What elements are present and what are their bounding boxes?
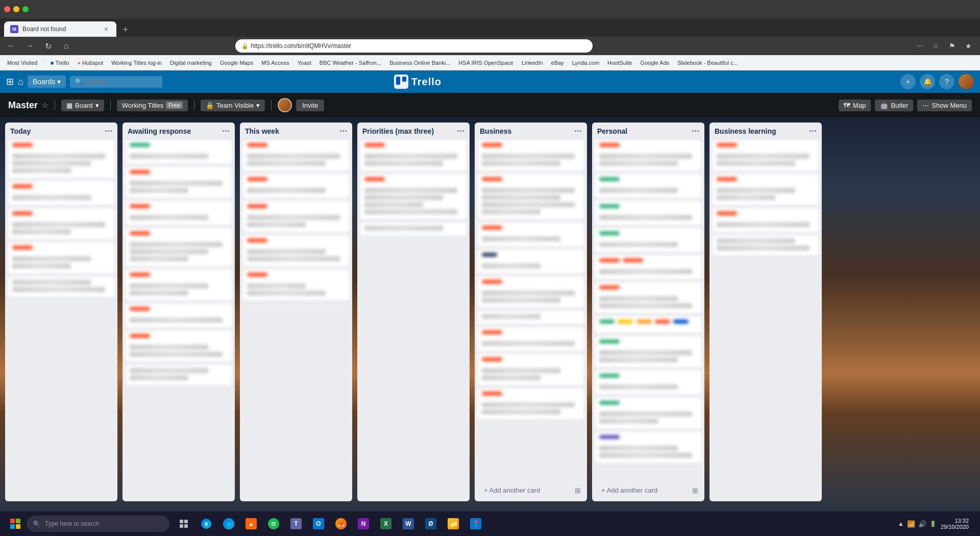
bookmark-slidebook[interactable]: Slidebook - Beautiful c...: [674, 59, 741, 67]
bookmark-business-banking[interactable]: Business Online Banki...: [386, 59, 453, 67]
card[interactable]: [595, 174, 701, 198]
winamp-icon[interactable]: ▲: [241, 514, 261, 534]
bookmark-btn[interactable]: ☆: [929, 39, 943, 53]
list-menu-btn[interactable]: ···: [574, 127, 582, 136]
firefox-icon[interactable]: 🦊: [331, 514, 351, 534]
bookmark-ms-access[interactable]: MS Access: [258, 59, 292, 67]
task-view-btn[interactable]: [174, 514, 194, 534]
spotify-icon[interactable]: [263, 514, 284, 534]
card[interactable]: [595, 371, 701, 395]
address-bar[interactable]: 🔒 https://trello.com/b/nItQMHVv/master: [235, 39, 593, 53]
card[interactable]: [8, 140, 114, 178]
card[interactable]: [478, 354, 584, 385]
list-menu-btn[interactable]: ···: [105, 127, 112, 136]
search-bar[interactable]: 🔍: [70, 76, 162, 88]
bookmark-google-maps[interactable]: Google Maps: [217, 59, 256, 67]
card[interactable]: [8, 208, 114, 239]
bookmark-lynda[interactable]: Lynda.com: [569, 59, 602, 67]
bookmark-trello[interactable]: ■ Trello: [47, 59, 72, 67]
card[interactable]: [243, 235, 349, 266]
outlook2-icon[interactable]: Ø: [421, 514, 441, 534]
flag-btn[interactable]: ⚑: [945, 39, 960, 53]
card[interactable]: [243, 201, 349, 232]
teams-icon[interactable]: T: [286, 514, 306, 534]
card[interactable]: [595, 432, 701, 463]
board-menu-btn[interactable]: ▦ Board ▾: [61, 100, 104, 111]
file-explorer-icon[interactable]: 📁: [443, 514, 463, 534]
card[interactable]: [478, 174, 584, 220]
minimize-window[interactable]: [13, 6, 19, 12]
template-icon[interactable]: ⊞: [692, 486, 698, 495]
new-tab-btn[interactable]: +: [118, 22, 133, 37]
card[interactable]: [713, 140, 819, 171]
card[interactable]: [595, 336, 701, 368]
word-icon[interactable]: W: [398, 514, 419, 534]
card[interactable]: [243, 174, 349, 198]
board-star-icon[interactable]: ☆: [42, 101, 48, 109]
bookmark-most-visited[interactable]: Most Visited: [4, 59, 41, 67]
list-menu-btn[interactable]: ···: [809, 127, 817, 136]
card[interactable]: [126, 304, 232, 328]
star-btn[interactable]: ★: [962, 39, 976, 53]
bookmark-hsa-iris[interactable]: HSA IRIS OpenSpace: [455, 59, 517, 67]
add-card-btn-personal[interactable]: + Add another card: [598, 484, 692, 496]
bookmark-google-ads[interactable]: Google Ads: [637, 59, 672, 67]
volume-icon[interactable]: 🔊: [918, 520, 926, 528]
card[interactable]: [360, 174, 467, 220]
butler-btn[interactable]: 🤖 Butler: [875, 100, 913, 111]
card[interactable]: [713, 174, 819, 205]
member-avatar[interactable]: [278, 98, 292, 112]
list-menu-btn[interactable]: ···: [222, 127, 230, 136]
card[interactable]: [478, 388, 584, 420]
team-visible-btn[interactable]: 🔒 Team Visible ▾: [201, 100, 265, 111]
invite-button[interactable]: Invite: [296, 100, 324, 111]
info-icon[interactable]: ?: [939, 74, 954, 89]
list-menu-btn[interactable]: ···: [457, 127, 464, 136]
bookmark-yoast[interactable]: Yoast: [295, 59, 314, 67]
plus-icon[interactable]: +: [900, 74, 916, 89]
back-btn[interactable]: ←: [4, 39, 18, 53]
bookmark-bbc-weather[interactable]: BBC Weather - Saffron...: [316, 59, 384, 67]
card[interactable]: [478, 250, 584, 274]
maximize-window[interactable]: [22, 6, 29, 12]
card[interactable]: [595, 201, 701, 225]
card[interactable]: [713, 208, 819, 232]
active-tab[interactable]: M Board not found ×: [4, 21, 116, 37]
card[interactable]: [8, 242, 114, 274]
card[interactable]: [243, 270, 349, 301]
card[interactable]: [126, 201, 232, 225]
card[interactable]: [478, 223, 584, 247]
map-btn[interactable]: 🗺 Map: [839, 100, 871, 111]
home-icon[interactable]: ⌂: [18, 77, 23, 87]
search-input[interactable]: [86, 78, 157, 86]
card[interactable]: [478, 311, 584, 324]
edge-icon[interactable]: e: [196, 514, 216, 534]
notification-icon[interactable]: 🔔: [920, 74, 935, 89]
card[interactable]: [126, 140, 232, 164]
card[interactable]: [126, 167, 232, 198]
outlook-icon[interactable]: O: [308, 514, 329, 534]
excel-icon[interactable]: X: [376, 514, 396, 534]
refresh-btn[interactable]: ↻: [41, 39, 55, 53]
start-button[interactable]: [4, 513, 27, 535]
card[interactable]: [478, 327, 584, 351]
cortana-icon[interactable]: ○: [218, 514, 239, 534]
list-menu-btn[interactable]: ···: [339, 127, 347, 136]
template-icon[interactable]: ⊞: [575, 486, 581, 495]
card[interactable]: [478, 140, 584, 171]
card[interactable]: [595, 228, 701, 252]
bookmark-working-titles[interactable]: Working Titles log-in: [108, 59, 165, 67]
boards-button[interactable]: Boards ▾: [28, 76, 66, 88]
bookmark-ebay[interactable]: eBay: [548, 59, 567, 67]
show-menu-btn[interactable]: ⋯ Show Menu: [917, 100, 972, 111]
bookmark-digital-marketing[interactable]: Digital marketing: [167, 59, 215, 67]
card[interactable]: [595, 398, 701, 429]
grid-icon[interactable]: ⊞: [6, 76, 14, 87]
maps-taskbar-icon[interactable]: 📍: [465, 514, 486, 534]
forward-btn[interactable]: →: [22, 39, 37, 53]
working-titles-btn[interactable]: Working Titles Free: [117, 100, 188, 111]
clock[interactable]: 13:32 29/10/2020: [941, 518, 969, 530]
card[interactable]: [360, 140, 467, 171]
home-btn[interactable]: ⌂: [59, 39, 74, 53]
bookmark-linkedin[interactable]: LinkedIn: [519, 59, 546, 67]
